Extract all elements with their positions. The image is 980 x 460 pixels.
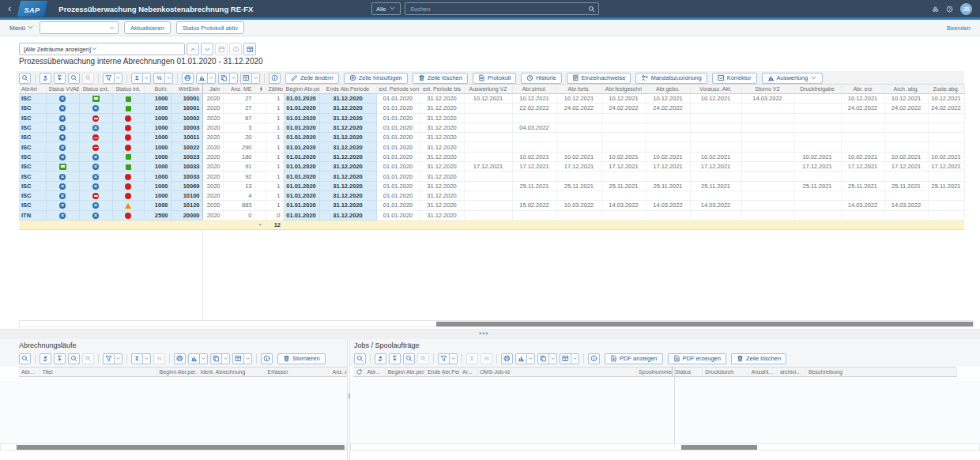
table-row[interactable]: ISC10001000320203101.01.202031.12.202001… (19, 123, 964, 132)
column-header[interactable]: Status ext. (79, 85, 112, 94)
column-header[interactable]: Status VVAE (46, 85, 79, 94)
zeile-andern-button[interactable]: Zeile ändern (285, 73, 339, 84)
filter-button[interactable] (103, 353, 115, 364)
column-header[interactable] (353, 368, 364, 377)
status-protocol-toggle[interactable]: Status Protokoll aktiv (176, 21, 244, 34)
search-icon-holder[interactable] (588, 2, 595, 16)
table-row[interactable]: ISC1000101202020883101.01.202031.12.2020… (19, 201, 964, 210)
sort-descending-button[interactable] (54, 73, 66, 84)
column-header[interactable]: AbrArt (19, 85, 46, 94)
column-header[interactable]: Zuste.abg. (928, 85, 964, 94)
table-row[interactable]: ISC100010001202027101.01.202031.12.20200… (19, 104, 964, 113)
filter-menu-button[interactable] (114, 73, 122, 84)
copy-menu-button[interactable] (548, 353, 557, 364)
column-header[interactable]: Arch. abg. (884, 85, 928, 94)
info-button[interactable] (261, 353, 273, 364)
column-header[interactable]: BuKr. (144, 85, 171, 94)
copy-menu-button[interactable] (221, 353, 230, 364)
sum-button[interactable]: Σ (131, 353, 143, 364)
print-button[interactable] (182, 73, 194, 84)
layout-menu-button[interactable] (571, 353, 579, 364)
column-header[interactable]: archivi... (777, 368, 805, 377)
menu-button[interactable]: Menü (9, 24, 34, 32)
find-button[interactable] (68, 73, 80, 84)
copy-button[interactable] (210, 353, 222, 364)
info-button[interactable] (588, 353, 600, 364)
magnifier-button[interactable] (19, 73, 31, 84)
protokoll-button[interactable]: Protokoll (473, 73, 516, 84)
chart-menu-button[interactable] (526, 353, 535, 364)
column-header[interactable]: Beginn Abr.per. (385, 368, 424, 377)
column-header[interactable]: Beschreibung (806, 368, 957, 377)
print-button[interactable] (174, 353, 186, 364)
column-header[interactable]: Abr.simul. (512, 85, 556, 94)
chart-menu-button[interactable] (199, 353, 208, 364)
korrektur-button[interactable]: Korrektur (712, 73, 757, 84)
back-icon[interactable]: ‹ (8, 0, 11, 17)
column-header[interactable]: Spoolnummer (636, 368, 673, 377)
chart-button[interactable] (196, 73, 208, 84)
copy-menu-button[interactable] (229, 73, 238, 84)
column-header[interactable]: Titel (40, 368, 156, 377)
magnifier-button[interactable] (19, 353, 31, 364)
column-header[interactable]: Erfasser (265, 368, 330, 377)
scrollbar-thumb[interactable] (17, 445, 345, 450)
column-header[interactable]: Anzahl... (748, 368, 777, 377)
filter-menu-button[interactable] (114, 353, 122, 364)
print-button[interactable] (501, 353, 513, 364)
mandatszuordnung-button[interactable]: Mandatszuordnung (635, 73, 707, 84)
pdf-erzeugen-button[interactable]: PDF erzeugen (668, 353, 726, 364)
column-header[interactable]: Anz. ME (223, 85, 254, 94)
column-header[interactable]: Druckdurch (703, 368, 748, 377)
info-button[interactable] (269, 73, 281, 84)
einzelnachweise-button[interactable]: Einzelnachweise (567, 73, 631, 84)
column-header[interactable]: Auswertung VZ (464, 85, 512, 94)
subtotal-menu-button[interactable] (164, 73, 173, 84)
chart-menu-button[interactable] (207, 73, 216, 84)
search-input[interactable] (409, 5, 588, 13)
column-header[interactable]: ext. Periode bis (420, 85, 464, 94)
context-select[interactable] (40, 21, 119, 34)
copy-button[interactable] (537, 353, 549, 364)
stornieren-button[interactable]: Stornieren (277, 353, 326, 364)
table-row[interactable]: ISC1000100222020290101.01.202031.12.2020… (19, 142, 964, 152)
column-header[interactable]: Ar... (460, 368, 477, 377)
auswertung-button[interactable]: Auswertung (762, 73, 824, 84)
column-header[interactable]: Ende Abr.Periode (319, 85, 376, 94)
column-header[interactable]: Beginn Abr.per. (156, 368, 198, 377)
layout-button[interactable] (240, 73, 252, 84)
column-header[interactable]: ext. Periode von (376, 85, 420, 94)
main-horizontal-scrollbar[interactable] (19, 320, 974, 327)
layout-menu-button[interactable] (251, 73, 260, 84)
chart-button[interactable] (188, 353, 200, 364)
next-period-button[interactable] (201, 43, 213, 55)
period-select[interactable]: [Alle Zeiträume anzeigen] (19, 43, 185, 55)
jobs-horizontal-scrollbar[interactable] (350, 443, 980, 451)
column-header[interactable]: Anz. Ab (330, 368, 346, 377)
table-row[interactable]: ISC100010033202091101.01.202031.12.20200… (19, 162, 964, 172)
column-header[interactable]: Abr... (364, 368, 385, 377)
previous-period-button[interactable] (187, 43, 199, 55)
sort-descending-button[interactable] (54, 353, 66, 364)
column-header[interactable]: Abr. erz (841, 85, 884, 94)
subtotal-button[interactable]: ½ (153, 73, 165, 84)
column-header[interactable]: Zähler (266, 85, 283, 94)
layout-button[interactable] (560, 353, 571, 364)
column-header[interactable]: Abr.forts. (556, 85, 601, 94)
column-header[interactable]: OMS-Job-Id (477, 368, 636, 377)
copy-button[interactable] (218, 73, 230, 84)
exit-link[interactable]: Beenden (947, 25, 971, 32)
layout-menu-button[interactable] (243, 353, 252, 364)
column-header[interactable]: Abr.festgeschri (601, 85, 646, 94)
zeile-loschen-button[interactable]: Zeile löschen (731, 353, 786, 364)
avatar[interactable]: JS (960, 3, 972, 15)
column-header[interactable]: Beginn Abr.per. (283, 85, 319, 94)
magnifier-button[interactable] (354, 353, 366, 364)
table-row[interactable]: ISC100010011202020101.01.202031.12.20200… (19, 133, 964, 142)
column-header[interactable]: Jahr (202, 85, 223, 94)
table-row[interactable]: ISC100010001202027101.01.202031.12.20200… (19, 94, 964, 104)
column-header[interactable]: Abr... (19, 368, 40, 377)
layout-button[interactable] (232, 353, 244, 364)
refresh-button[interactable]: Aktualisieren (124, 21, 171, 34)
sum-menu-button[interactable] (142, 73, 151, 84)
